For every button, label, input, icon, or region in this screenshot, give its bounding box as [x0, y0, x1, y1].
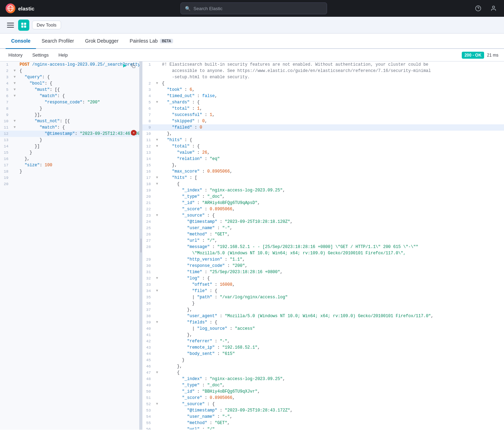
toolbar: History Settings Help 200 - OK 21 ms — [0, 49, 504, 61]
output-line: 6 "total" : 1, — [142, 105, 504, 112]
elastic-logo[interactable]: elastic — [6, 3, 35, 13]
code-line: 5 ▼ "must": [{ — [0, 87, 139, 93]
search-bar[interactable]: 🔍 Search Elastic — [180, 2, 327, 14]
output-line: 7 "successful" : 1, — [142, 112, 504, 118]
output-line: 8 "skipped" : 0, — [142, 118, 504, 124]
output-line: 24 "@timestamp" : "2023-09-25T10:28:18.1… — [142, 219, 504, 225]
svg-rect-9 — [24, 25, 26, 28]
code-line: 19 — [0, 175, 139, 181]
output-line: 26 "method" : "GET", — [142, 231, 504, 238]
right-output-panel[interactable]: 1 #! Elasticsearch built-in security fea… — [142, 61, 504, 430]
output-line: 29 "http_version" : "1.1", — [142, 256, 504, 263]
output-line: 4 "timed_out" : false, — [142, 93, 504, 99]
output-line: 23 ▼ "_source" : { — [142, 212, 504, 219]
output-line: 1 #! Elasticsearch built-in security fea… — [142, 61, 504, 68]
search-placeholder: Search Elastic — [193, 6, 222, 11]
svg-rect-6 — [21, 23, 23, 25]
output-line: 13 "value" : 26, — [142, 150, 504, 156]
nav-icons — [473, 3, 498, 13]
editor-action-buttons — [121, 62, 136, 69]
svg-rect-7 — [24, 23, 26, 25]
resizer-handle: ⋮ — [141, 239, 141, 253]
status-badge-container: 200 - OK 21 ms — [462, 52, 498, 59]
top-navigation: elastic 🔍 Search Elastic — [0, 0, 504, 17]
panel-resizer[interactable]: ⋮ — [140, 61, 142, 430]
output-line: 11 ▼ "hits" : { — [142, 137, 504, 143]
code-line: 13 } — [0, 137, 139, 143]
search-icon: 🔍 — [185, 6, 191, 11]
output-line: 16 "max_score" : 0.8905066, — [142, 168, 504, 175]
output-line: 28 "message" : "192.168.52.1 - - [25/Sep… — [142, 244, 504, 250]
beta-badge: BETA — [160, 39, 173, 43]
run-button[interactable] — [121, 62, 128, 69]
tab-bar: Console Search Profiler Grok Debugger Pa… — [0, 34, 504, 49]
copy-button[interactable] — [129, 62, 136, 69]
code-line: 4 ▼ "bool": { — [0, 80, 139, 87]
elastic-wordmark: elastic — [18, 6, 35, 12]
error-indicator: ✕ — [131, 130, 136, 136]
code-line: 14 }] — [0, 143, 139, 150]
tab-grok-debugger[interactable]: Grok Debugger — [80, 34, 124, 49]
output-line: 38 "user_agent" : "Mozilla/5.0 (Windows … — [142, 313, 504, 319]
output-line: 35 | "path" : "/var/log/nginx/access.log… — [142, 294, 504, 300]
output-line: 36 } — [142, 300, 504, 307]
output-line: 46 }, — [142, 363, 504, 370]
svg-point-5 — [492, 6, 495, 8]
output-line: 40 | "log_source" : "access" — [142, 326, 504, 332]
user-icon[interactable] — [489, 3, 498, 13]
status-time-badge: 21 ms — [487, 53, 498, 58]
output-line: 32 ▼ "log" : { — [142, 275, 504, 282]
code-line: 3 ▼ "query": { — [0, 74, 139, 80]
error-icon: ✕ — [131, 130, 136, 136]
code-line: 8 } — [0, 105, 139, 112]
code-line-highlighted: 12 "@timestamp": "2023-09-25T12:43:46.00… — [0, 131, 139, 137]
tab-console[interactable]: Console — [6, 34, 36, 49]
output-line: 10 }, — [142, 131, 504, 137]
output-line: 15 }, — [142, 162, 504, 168]
request-line: 1 POST /nginx-access-log-2023.09.25/_sea… — [0, 61, 139, 68]
left-editor-panel[interactable]: 1 POST /nginx-access-log-2023.09.25/_sea… — [0, 61, 140, 430]
code-editor[interactable]: 1 POST /nginx-access-log-2023.09.25/_sea… — [0, 61, 139, 430]
output-line: 56 "url" : "/", — [142, 426, 504, 430]
output-line: 41 }, — [142, 332, 504, 338]
output-line: 51 "_score" : 0.8905066, — [142, 395, 504, 401]
dev-tools-button[interactable]: Dev Tools — [32, 21, 61, 29]
tab-painless-lab[interactable]: Painless Lab BETA — [124, 34, 179, 49]
apps-icon[interactable] — [18, 20, 29, 31]
output-line: -setup.html to enable security. — [142, 74, 504, 80]
code-line: 20 — [0, 181, 139, 187]
hamburger-menu[interactable] — [6, 20, 15, 30]
output-line: 34 ▼ "file" : { — [142, 288, 504, 294]
output-line: 37 }, — [142, 307, 504, 313]
output-line-highlighted: 9 "failed" : 0 — [142, 124, 504, 131]
help-icon[interactable] — [473, 3, 483, 13]
output-line: 22 "_score" : 0.8905066, — [142, 206, 504, 212]
settings-button[interactable]: Settings — [29, 51, 51, 59]
history-button[interactable]: History — [6, 51, 25, 59]
output-line: accessible to anyone. See https://www.el… — [142, 68, 504, 74]
output-line: 5 ▼ "_shards" : { — [142, 99, 504, 105]
output-line: 42 "referrer" : "-", — [142, 338, 504, 344]
output-line: 39 ▼ "fields" : { — [142, 319, 504, 326]
output-line: 19 "_index" : "nginx-access-log-2023.09.… — [142, 187, 504, 194]
output-line: 14 "relation" : "eq" — [142, 156, 504, 162]
output-line: 31 "time" : "25/Sep/2023:18:28:16 +0800"… — [142, 269, 504, 275]
code-line: 18 } — [0, 168, 139, 175]
code-line: 9 }], — [0, 112, 139, 118]
code-line: 17 "size": 100 — [0, 162, 139, 168]
output-line: 43 "remote_ip" : "192.168.52.1", — [142, 344, 504, 351]
output-line: 48 "_index" : "nginx-access-log-2023.09.… — [142, 376, 504, 382]
code-line: 6 ▼ "match": { — [0, 93, 139, 99]
output-line: 27 "url" : "/", — [142, 238, 504, 244]
help-button[interactable]: Help — [55, 51, 71, 59]
output-line: 3 "took" : 6, — [142, 87, 504, 93]
code-line: 11 ▼ "match": { — [0, 124, 139, 131]
elastic-logo-icon — [6, 3, 15, 13]
main-content: 1 POST /nginx-access-log-2023.09.25/_sea… — [0, 61, 504, 430]
svg-marker-10 — [123, 64, 126, 68]
output-line: 49 "_type" : "_doc", — [142, 382, 504, 388]
output-line: 17 ▼ "hits" : [ — [142, 175, 504, 181]
tab-search-profiler[interactable]: Search Profiler — [36, 34, 80, 49]
code-line: 16 }, — [0, 156, 139, 162]
output-line: 45 } — [142, 357, 504, 363]
